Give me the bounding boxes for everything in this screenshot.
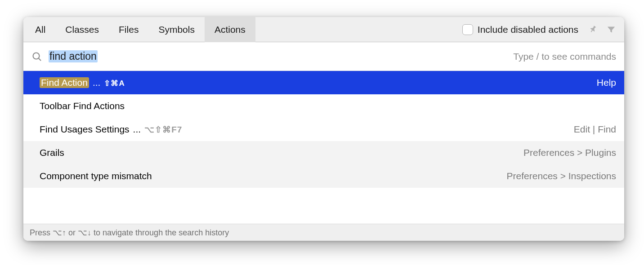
result-label: Component type mismatch bbox=[40, 171, 152, 181]
include-disabled-checkbox[interactable] bbox=[462, 24, 473, 35]
svg-line-1 bbox=[39, 58, 41, 61]
result-shortcut: ⌥⇧⌘F7 bbox=[144, 124, 182, 135]
result-label: Grails bbox=[40, 147, 64, 158]
search-bar: find action Type / to see commands bbox=[23, 42, 624, 71]
search-hint: Type / to see commands bbox=[513, 51, 616, 62]
result-category: Help bbox=[597, 77, 616, 88]
search-input[interactable]: find action bbox=[49, 50, 98, 62]
result-row[interactable]: Find Usages Settings... ⌥⇧⌘F7 Edit | Fin… bbox=[23, 118, 624, 141]
result-category: Preferences > Inspections bbox=[507, 171, 616, 181]
tab-all[interactable]: All bbox=[25, 17, 55, 42]
result-category: Edit | Find bbox=[574, 124, 616, 135]
tab-files[interactable]: Files bbox=[109, 17, 148, 42]
result-row[interactable]: Grails Preferences > Plugins bbox=[23, 141, 624, 164]
result-row[interactable]: Component type mismatch Preferences > In… bbox=[23, 164, 624, 188]
result-row[interactable]: Find Action... ⇧⌘A Help bbox=[23, 71, 624, 94]
footer-hint-text: Press ⌥↑ or ⌥↓ to navigate through the s… bbox=[30, 228, 229, 238]
pin-icon bbox=[588, 25, 598, 35]
filter-icon bbox=[606, 25, 616, 35]
result-shortcut: ⇧⌘A bbox=[104, 79, 125, 88]
pin-button[interactable] bbox=[586, 23, 600, 36]
result-row[interactable]: Toolbar Find Actions bbox=[23, 94, 624, 118]
result-label: Toolbar Find Actions bbox=[40, 101, 125, 111]
results-list: Find Action... ⇧⌘A Help Toolbar Find Act… bbox=[23, 71, 624, 224]
tab-symbols[interactable]: Symbols bbox=[148, 17, 205, 42]
include-disabled-label: Include disabled actions bbox=[478, 24, 578, 35]
result-ellipsis: ... bbox=[93, 77, 101, 88]
svg-point-0 bbox=[33, 53, 40, 59]
filter-button[interactable] bbox=[604, 23, 618, 36]
result-label: Find Usages Settings bbox=[40, 124, 130, 135]
result-category: Preferences > Plugins bbox=[523, 147, 616, 158]
include-disabled-wrap: Include disabled actions bbox=[462, 24, 578, 35]
result-ellipsis: ... bbox=[133, 124, 141, 135]
tabbar: All Classes Files Symbols Actions Includ… bbox=[23, 17, 624, 42]
tab-classes[interactable]: Classes bbox=[55, 17, 109, 42]
result-label: Find Action bbox=[40, 77, 89, 88]
tab-actions[interactable]: Actions bbox=[205, 17, 255, 42]
search-everywhere-window: All Classes Files Symbols Actions Includ… bbox=[23, 17, 624, 241]
search-icon bbox=[31, 51, 42, 62]
footer-hint-bar: Press ⌥↑ or ⌥↓ to navigate through the s… bbox=[23, 224, 624, 241]
